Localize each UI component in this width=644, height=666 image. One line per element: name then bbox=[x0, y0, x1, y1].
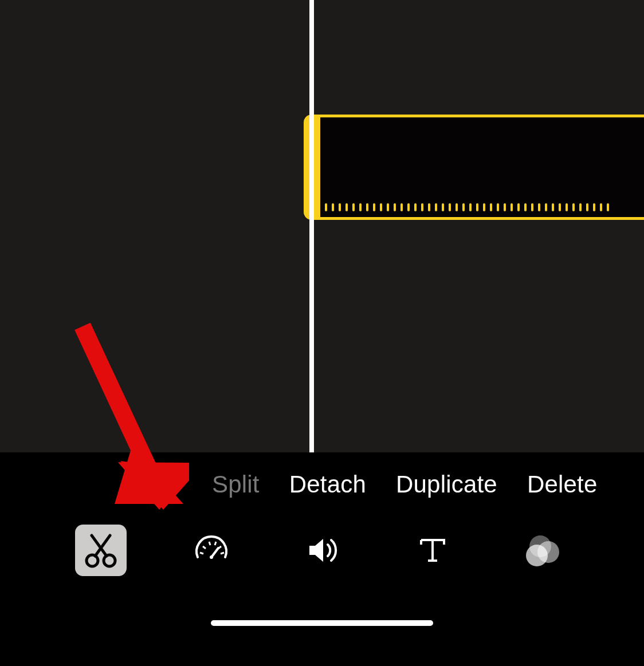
svg-line-7 bbox=[92, 535, 107, 556]
svg-point-15 bbox=[210, 555, 213, 559]
split-button: Split bbox=[212, 471, 260, 498]
action-row: Split Detach Duplicate Delete bbox=[0, 471, 644, 498]
delete-button[interactable]: Delete bbox=[527, 471, 598, 498]
svg-line-6 bbox=[95, 535, 110, 556]
tool-row bbox=[0, 526, 644, 575]
detach-button[interactable]: Detach bbox=[289, 471, 366, 498]
svg-line-8 bbox=[200, 553, 203, 554]
filters-tool[interactable] bbox=[517, 525, 569, 576]
filters-icon bbox=[525, 532, 561, 569]
home-indicator[interactable] bbox=[211, 620, 433, 626]
volume-tool[interactable] bbox=[296, 525, 348, 576]
svg-line-11 bbox=[215, 542, 216, 545]
speedometer-icon bbox=[193, 532, 230, 569]
playhead[interactable] bbox=[309, 0, 314, 452]
svg-line-9 bbox=[203, 546, 206, 549]
speed-tool[interactable] bbox=[186, 525, 237, 576]
actions-tool[interactable] bbox=[75, 525, 127, 576]
scissors-icon bbox=[83, 532, 119, 569]
duplicate-button[interactable]: Duplicate bbox=[396, 471, 497, 498]
clip-tick-marks bbox=[325, 203, 644, 214]
timeline-area[interactable] bbox=[0, 0, 644, 452]
svg-line-14 bbox=[211, 548, 218, 557]
selected-clip[interactable] bbox=[304, 115, 644, 220]
titles-tool[interactable] bbox=[407, 525, 458, 576]
svg-line-10 bbox=[209, 542, 210, 545]
svg-line-13 bbox=[221, 553, 224, 554]
speaker-icon bbox=[304, 532, 340, 569]
text-icon bbox=[414, 532, 451, 569]
